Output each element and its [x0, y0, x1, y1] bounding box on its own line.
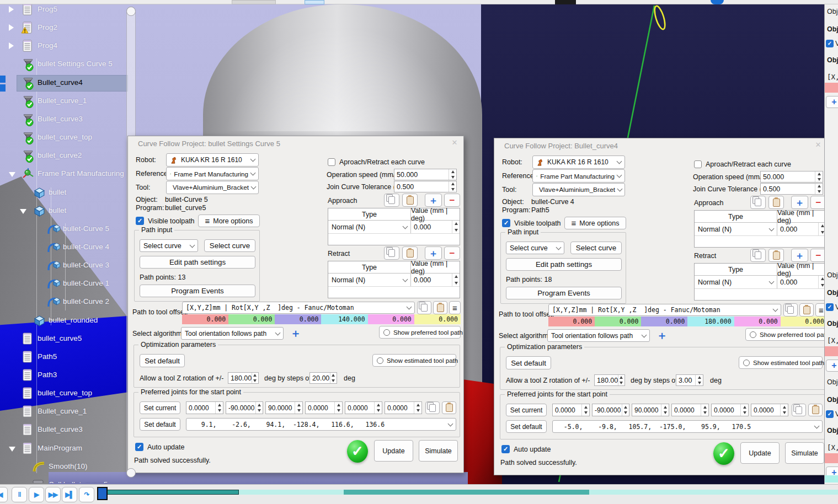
default-joints-select[interactable]: -5.0, -9.8, 105.7, -175.0, 95.9, 170.5 — [552, 420, 823, 433]
joint-3-input[interactable]: 90.0000 — [265, 401, 303, 414]
joints-copy-button[interactable] — [425, 401, 440, 414]
retract-copy-button[interactable] — [384, 246, 399, 260]
offset-cell-1[interactable]: 0.000 — [595, 317, 641, 326]
select-curve-dropdown[interactable]: Select curve — [140, 239, 198, 252]
spinner-arrows[interactable] — [701, 404, 708, 416]
offset-menu-button[interactable]: ≡ — [449, 301, 461, 314]
approach-paste-button[interactable] — [768, 196, 784, 209]
close-icon[interactable]: ✕ — [814, 141, 823, 149]
spinner-arrows[interactable] — [740, 404, 748, 416]
tree-item-path5[interactable]: Path5 — [0, 348, 128, 366]
tree-item-bullet-curve-1[interactable]: bullet-Curve 1 — [0, 275, 128, 292]
tree-splitter-knob-bottom[interactable] — [126, 468, 136, 478]
panel-add-button[interactable]: + — [826, 96, 838, 108]
approach-type-select[interactable]: Normal (N) — [328, 221, 411, 233]
update-button[interactable]: Update — [374, 440, 413, 462]
step-back-button[interactable]: ◀ — [0, 487, 8, 502]
retract-type-select[interactable]: Normal (N) — [695, 276, 777, 288]
select-curve-button[interactable]: Select curve — [570, 242, 622, 254]
spinner-arrows[interactable] — [452, 274, 460, 286]
tree-item-bullet-curve3[interactable]: Bullet_curve3 — [0, 421, 128, 438]
operation-speed-input[interactable]: 50.000 — [760, 171, 823, 183]
pause-button[interactable]: ‖ — [12, 487, 27, 502]
offset-cell-3[interactable]: 180.000 — [687, 317, 734, 326]
approach-copy-button[interactable] — [384, 194, 399, 207]
spinner-arrows[interactable] — [815, 171, 823, 182]
spinner-arrows[interactable] — [618, 375, 625, 385]
approach-add-button[interactable]: ＋ — [791, 196, 808, 209]
tree-splitter-knob-top[interactable] — [126, 7, 136, 16]
joints-set-default-button[interactable]: Set default — [140, 418, 180, 431]
spinner-arrows[interactable] — [661, 404, 669, 416]
robot-select[interactable]: KUKA KR 16 R 1610 — [532, 156, 625, 169]
offset-copy-button[interactable] — [417, 301, 431, 314]
join-curve-tolerance-input[interactable]: 0.500 — [394, 181, 457, 192]
joint-3-input[interactable]: 90.0000 — [632, 404, 669, 416]
spinner-arrows[interactable] — [295, 402, 302, 414]
offset-paste-button[interactable] — [433, 301, 447, 314]
tree-item-bullet-curve-5[interactable]: bullet-Curve 5 — [0, 221, 128, 238]
approach-type-select[interactable]: Normal (N) — [695, 223, 777, 235]
join-curve-tolerance-input[interactable]: 0.500 — [760, 183, 823, 195]
close-icon[interactable]: ✕ — [450, 138, 459, 147]
update-button[interactable]: Update — [740, 442, 780, 464]
expand-arrow-icon[interactable] — [9, 42, 14, 49]
select-curve-button[interactable]: Select curve — [204, 239, 255, 252]
retract-type-select[interactable]: Normal (N) — [328, 274, 411, 286]
tree-item-mainprogram[interactable]: MainProgram — [0, 440, 128, 457]
spinner-arrows[interactable] — [330, 373, 337, 383]
expand-arrow-icon[interactable] — [9, 6, 14, 13]
tree-item-bullet-curve-4[interactable]: bullet-Curve 4 — [0, 239, 128, 256]
joints-set-default-button[interactable]: Set default — [506, 420, 547, 433]
offset-format-select[interactable]: [X,Y,Z]mm | Rot[X,Y ,Z ]deg - Fanuc/Moto… — [548, 304, 781, 316]
algorithm-add-icon[interactable]: ＋ — [656, 330, 668, 341]
joint-1-input[interactable]: 0.0000 — [552, 404, 590, 416]
spinner-arrows[interactable] — [215, 402, 223, 414]
spinner-arrows[interactable] — [581, 404, 589, 416]
fast-forward-button[interactable]: ▶▶ — [45, 487, 61, 502]
spinner-arrows[interactable] — [452, 221, 460, 233]
program-events-button[interactable]: Program Events — [506, 287, 622, 299]
collapse-arrow-icon[interactable] — [20, 209, 26, 214]
spinner-arrows[interactable] — [815, 184, 823, 194]
tree-item-bullet-curve4[interactable]: Bullet_curve4 — [0, 74, 128, 92]
retract-remove-button[interactable]: − — [444, 246, 460, 260]
edit-path-settings-button[interactable]: Edit path settings — [140, 256, 255, 269]
spinner-arrows[interactable] — [449, 169, 456, 180]
optimization-set-default-button[interactable]: Set default — [506, 356, 551, 369]
approach-remove-button[interactable]: − — [444, 194, 460, 207]
timeline-segment-1[interactable] — [239, 490, 344, 495]
tree-item-bullet-curve-1[interactable]: Bullet_curve_1 — [0, 93, 128, 110]
spinner-arrows[interactable] — [414, 402, 421, 414]
offset-cell-5[interactable]: 0.000 — [414, 314, 461, 324]
collapse-arrow-icon[interactable] — [9, 447, 15, 452]
program-events-button[interactable]: Program Events — [140, 285, 255, 297]
offset-cell-2[interactable]: 0.000 — [275, 314, 321, 324]
tree-item-bullet-curve5[interactable]: bullet_curve5 — [0, 330, 128, 347]
approach-value-input[interactable]: 0.000 — [411, 221, 460, 233]
show-estimated-tool-path-radio[interactable]: Show estimated tool path — [372, 354, 456, 367]
offset-copy-button[interactable] — [783, 303, 798, 317]
collapse-arrow-icon[interactable] — [9, 172, 15, 177]
tree-item-call-bullet-curve5[interactable]: Call bullet_curve5 — [0, 476, 128, 483]
tree-item-bullet-curve-2[interactable]: bullet-Curve 2 — [0, 293, 128, 310]
robot-select[interactable]: KUKA KR 16 R 1610 — [166, 153, 259, 167]
tool-select[interactable]: Vlave+Aluminium_Bracket — [532, 183, 625, 196]
spinner-arrows[interactable] — [334, 402, 342, 414]
visible-toolpath-checkbox[interactable]: ✓ — [136, 217, 144, 225]
panel-checkbox[interactable]: ✓ — [826, 40, 834, 47]
offset-cell-4[interactable]: 0.000 — [734, 317, 781, 326]
offset-paste-button[interactable] — [799, 303, 814, 317]
expand-arrow-icon[interactable] — [9, 24, 14, 31]
joints-copy-button[interactable] — [792, 404, 806, 416]
tool-select[interactable]: Vlave+Aluminium_Bracket — [166, 181, 259, 194]
show-estimated-tool-path-radio[interactable]: Show estimated tool path — [739, 356, 823, 369]
approach-copy-button[interactable] — [750, 196, 766, 209]
retract-add-button[interactable]: ＋ — [791, 249, 808, 262]
joint-2-input[interactable]: -90.0000 — [226, 401, 263, 414]
tree-item-bullet-curve2[interactable]: bullet_curve2 — [0, 147, 128, 164]
tree-item-bullet[interactable]: bullet — [0, 184, 128, 201]
tree-item-prog4[interactable]: Prog4 — [0, 37, 128, 55]
retract-copy-button[interactable] — [750, 249, 766, 262]
joint-5-input[interactable]: 0.0000 — [711, 404, 749, 416]
